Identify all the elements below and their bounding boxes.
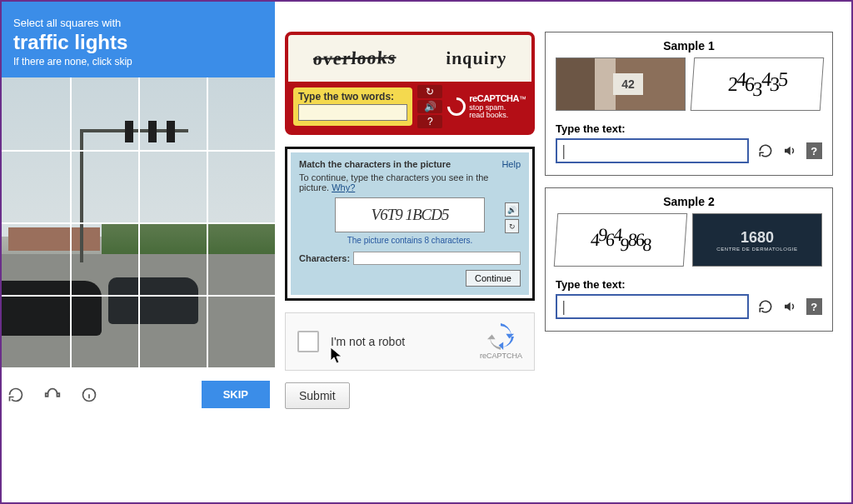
grid-prompt-target: traffic lights — [13, 31, 263, 54]
why-link[interactable]: Why? — [332, 182, 355, 192]
recaptcha-v1-word2: inquiry — [444, 47, 508, 69]
submit-button[interactable]: Submit — [285, 382, 350, 409]
image-grid-captcha: Select all squares with traffic lights I… — [2, 2, 275, 417]
recaptcha-v1-image: overlooks inquiry — [288, 35, 531, 82]
recaptcha-v2: I'm not a robot reCAPTCHA — [285, 312, 535, 371]
info-icon[interactable] — [80, 386, 98, 404]
recaptcha-v1: overlooks inquiry Type the two words: ↻ … — [285, 32, 535, 135]
sample-digits-image: 49649868 — [554, 213, 687, 267]
match-chars-title: Match the characters in the picture — [299, 159, 521, 169]
audio-icon[interactable]: 🔊 — [505, 202, 519, 217]
recaptcha-v1-prompt: Type the two words: — [298, 91, 407, 102]
reload-icon[interactable]: ↻ — [505, 219, 519, 233]
help-link[interactable]: Help — [501, 159, 521, 169]
characters-label: Characters: — [299, 253, 350, 263]
sample-2: Sample 2 49649868 1680CENTRE DE DERMATOL… — [545, 187, 833, 332]
match-chars-image: V6T9 1BCD5 — [335, 197, 485, 232]
sample-prompt: Type the text: — [556, 278, 822, 291]
recaptcha-logo-icon — [444, 93, 470, 119]
continue-button[interactable]: Continue — [466, 270, 521, 287]
reload-icon[interactable]: ↻ — [417, 85, 442, 98]
recaptcha-checkbox[interactable] — [297, 331, 319, 352]
help-icon[interactable]: ? — [806, 142, 822, 159]
characters-input[interactable] — [353, 252, 521, 265]
audio-icon[interactable] — [781, 142, 797, 159]
grid-captcha-footer: SKIP — [2, 367, 275, 417]
help-icon[interactable]: ? — [417, 115, 442, 128]
sample-input[interactable] — [556, 294, 749, 319]
audio-icon[interactable] — [43, 386, 62, 404]
recaptcha-logo-icon — [487, 323, 514, 350]
sample-title: Sample 2 — [556, 195, 822, 208]
sample-photo: 42 — [556, 57, 686, 111]
help-icon[interactable]: ? — [806, 298, 822, 315]
match-characters-captcha: Match the characters in the picture Help… — [285, 147, 535, 301]
reload-icon[interactable] — [7, 386, 25, 404]
sample-input[interactable] — [556, 138, 749, 163]
reload-icon[interactable] — [757, 298, 773, 315]
grid-captcha-image[interactable] — [2, 77, 275, 367]
audio-icon[interactable] — [781, 298, 797, 315]
sample-title: Sample 1 — [556, 39, 822, 52]
grid-prompt-line1: Select all squares with — [13, 17, 263, 29]
sample-1: Sample 1 42 2463435 Type the text: ? — [545, 32, 833, 176]
cursor-icon — [330, 347, 345, 365]
recaptcha-v1-word1: overlooks — [312, 47, 397, 70]
skip-button[interactable]: SKIP — [202, 381, 270, 408]
recaptcha-v2-brand: reCAPTCHA — [480, 323, 522, 360]
recaptcha-v1-brand: reCAPTCHA™stop spam.read books. — [447, 93, 526, 121]
grid-prompt-line3: If there are none, click skip — [13, 56, 263, 67]
sample-photo: 1680CENTRE DE DERMATOLOGIE — [692, 213, 822, 267]
audio-icon[interactable]: 🔊 — [417, 100, 442, 113]
sample-digits-image: 2463435 — [691, 57, 824, 111]
grid-captcha-header: Select all squares with traffic lights I… — [2, 2, 275, 77]
match-chars-note: The picture contains 8 characters. — [299, 236, 521, 245]
match-chars-subtitle: To continue, type the characters you see… — [299, 172, 521, 192]
recaptcha-v1-input[interactable] — [298, 104, 407, 121]
reload-icon[interactable] — [757, 142, 773, 159]
recaptcha-v2-label: I'm not a robot — [331, 335, 405, 348]
sample-prompt: Type the text: — [556, 122, 822, 135]
